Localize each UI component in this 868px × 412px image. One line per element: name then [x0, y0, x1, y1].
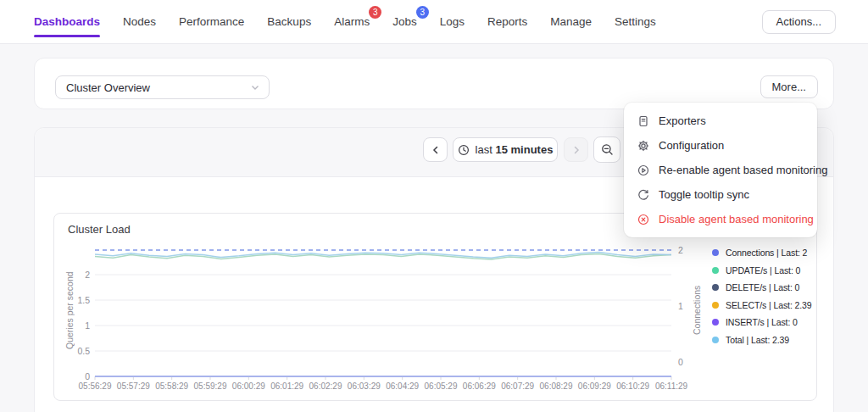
nav-item-label: Nodes: [123, 15, 156, 28]
x-axis-tick-label: 06:06:29: [458, 381, 500, 391]
x-axis-tick-label: 05:59:29: [189, 381, 231, 391]
menu-item-label: Re-enable agent based monitoring: [659, 164, 827, 176]
legend-dot: [712, 267, 719, 274]
menu-item-label: Configuration: [659, 139, 724, 152]
chevron-left-icon: [431, 145, 441, 155]
legend-label: UPDATE/s | Last: 0: [726, 265, 800, 276]
x-axis-tick-label: 06:10:29: [612, 381, 654, 391]
play-circle-icon: [637, 164, 649, 176]
x-axis-tick-label: 06:05:29: [420, 381, 462, 391]
menu-item-label: Exporters: [659, 114, 706, 127]
x-axis-tick-label: 06:11:29: [650, 381, 693, 391]
nav-item-dashboards[interactable]: Dashboards: [34, 0, 100, 44]
nav-item-logs[interactable]: Logs: [440, 0, 465, 44]
jobs-count-badge: 3: [416, 6, 429, 19]
zoom-out-button[interactable]: [593, 136, 620, 163]
x-axis-tick-label: 05:57:29: [112, 381, 154, 391]
legend-item[interactable]: SELECT/s | Last: 2.39: [712, 297, 814, 315]
legend-label: Connections | Last: 2: [726, 248, 807, 258]
legend-dot: [712, 337, 719, 343]
legend-item[interactable]: Connections | Last: 2: [712, 244, 814, 262]
menu-item-configuration[interactable]: Configuration: [624, 133, 817, 158]
nav-item-manage[interactable]: Manage: [550, 0, 592, 44]
legend-item[interactable]: DELETE/s | Last: 0: [712, 279, 814, 297]
nav-item-label: Backups: [267, 15, 311, 28]
legend-item[interactable]: Total | Last: 2.39: [712, 331, 814, 349]
gear-icon: [637, 140, 649, 152]
menu-item-exporters[interactable]: Exporters: [624, 109, 817, 133]
chevron-down-icon: [250, 82, 260, 92]
nav-item-label: Performance: [179, 15, 244, 28]
left-axis-tick-label: 1: [61, 320, 90, 331]
x-axis-tick-label: 06:07:29: [497, 381, 539, 391]
alarms-count-badge: 3: [369, 6, 381, 19]
legend-dot: [712, 284, 719, 291]
nav-item-jobs[interactable]: Jobs3: [392, 0, 417, 44]
more-dropdown-menu: ExportersConfigurationRe-enable agent ba…: [624, 103, 817, 237]
legend-item[interactable]: INSERT/s | Last: 0: [712, 314, 814, 331]
right-axis-tick-label: 1: [678, 301, 697, 311]
x-axis-tick-label: 06:08:29: [535, 381, 577, 391]
legend-item[interactable]: UPDATE/s | Last: 0: [712, 262, 814, 280]
nav-item-backups[interactable]: Backups: [267, 0, 311, 44]
left-axis-title: Queries per second: [64, 243, 76, 377]
time-range-prev-button[interactable]: [423, 137, 448, 162]
panel-title: Cluster Load: [68, 223, 131, 236]
x-axis-tick-label: 05:56:29: [74, 381, 116, 391]
nav-item-label: Alarms: [334, 15, 370, 28]
time-range-next-button[interactable]: [564, 137, 588, 162]
time-range-label: last 15 minutes: [476, 143, 554, 156]
actions-button[interactable]: Actions...: [762, 10, 836, 34]
left-axis-tick-label: 0: [61, 371, 90, 381]
dashboard-select[interactable]: Cluster Overview: [55, 75, 270, 99]
nav-item-label: Manage: [550, 15, 592, 28]
sync-icon: [637, 189, 649, 201]
nav-item-label: Settings: [615, 15, 656, 28]
time-range-picker[interactable]: last 15 minutes: [453, 137, 558, 162]
nav-item-reports[interactable]: Reports: [487, 0, 527, 44]
nav-item-settings[interactable]: Settings: [615, 0, 656, 44]
x-axis-tick-label: 06:02:29: [304, 381, 347, 391]
clock-icon: [458, 144, 470, 156]
legend-label: Total | Last: 2.39: [726, 335, 789, 345]
left-axis-tick-label: 2: [61, 270, 90, 280]
legend-label: SELECT/s | Last: 2.39: [726, 300, 812, 310]
menu-item-disable-agent-based-monitoring[interactable]: Disable agent based monitoring: [624, 207, 817, 231]
right-axis-tick-label: 2: [678, 245, 697, 255]
x-axis-tick-label: 06:09:29: [573, 381, 615, 391]
nav-item-label: Jobs: [392, 15, 417, 28]
menu-item-label: Toggle tooltip sync: [659, 188, 749, 201]
legend-dot: [712, 319, 719, 326]
dashboard-selector-card: Cluster Overview More...: [34, 58, 834, 109]
dashboard-select-value: Cluster Overview: [66, 81, 150, 94]
top-nav: DashboardsNodesPerformanceBackupsAlarms3…: [0, 0, 868, 44]
chart-legend: Connections | Last: 2UPDATE/s | Last: 0D…: [712, 244, 814, 348]
menu-item-re-enable-agent-based-monitoring[interactable]: Re-enable agent based monitoring: [624, 158, 817, 182]
right-axis-tick-label: 0: [678, 357, 697, 367]
nav-item-nodes[interactable]: Nodes: [123, 0, 156, 44]
cluster-load-panel: Cluster Load Queries per second Connecti…: [53, 213, 817, 401]
x-axis-tick-label: 06:00:29: [227, 381, 270, 391]
nav-item-label: Logs: [440, 15, 465, 28]
x-axis-tick-label: 06:01:29: [266, 381, 309, 391]
left-axis-tick-label: 0.5: [61, 346, 90, 356]
menu-item-label: Disable agent based monitoring: [659, 213, 814, 225]
legend-label: INSERT/s | Last: 0: [726, 317, 798, 327]
cluster-load-plot: [95, 243, 671, 377]
left-axis-tick-label: 1.5: [61, 295, 90, 305]
nav-item-label: Dashboards: [34, 15, 100, 28]
nav-item-performance[interactable]: Performance: [179, 0, 244, 44]
nav-items: DashboardsNodesPerformanceBackupsAlarms3…: [34, 0, 656, 44]
legend-dot: [712, 249, 719, 256]
disable-icon: [637, 214, 649, 225]
nav-item-alarms[interactable]: Alarms3: [334, 0, 370, 44]
x-axis-tick-label: 06:04:29: [381, 381, 424, 391]
menu-item-toggle-tooltip-sync[interactable]: Toggle tooltip sync: [624, 182, 817, 207]
more-button[interactable]: More...: [760, 75, 818, 98]
legend-dot: [712, 302, 719, 309]
x-axis-tick-label: 06:03:29: [342, 381, 385, 391]
x-axis-tick-label: 05:58:29: [151, 381, 193, 391]
chevron-right-icon: [571, 145, 581, 155]
nav-item-label: Reports: [487, 15, 527, 28]
legend-label: DELETE/s | Last: 0: [726, 282, 799, 292]
